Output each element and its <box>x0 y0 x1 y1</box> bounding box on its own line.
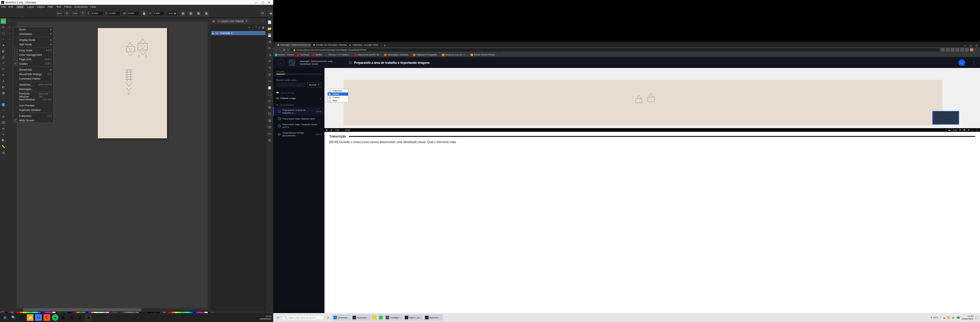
paintbucket-tool[interactable]: 🪣 <box>1 102 6 107</box>
menu-view[interactable]: View <box>16 5 24 8</box>
taskbar-app-3[interactable]: C <box>43 314 50 321</box>
selector-tool[interactable]: ▭ <box>1 19 6 24</box>
task-view-icon[interactable]: ◫ <box>325 314 331 320</box>
start-button[interactable]: ⊞ <box>2 314 8 321</box>
activity-item[interactable]: ▶Desenhando formas geométricas09min <box>273 130 325 138</box>
scrollbar-vertical[interactable] <box>208 22 210 308</box>
view-menu-item[interactable]: Zoom▸ <box>13 27 53 32</box>
raise-layer-icon[interactable]: ^ <box>255 26 257 29</box>
view-menu-item[interactable]: Icon Preview <box>13 103 53 108</box>
bookmark-item[interactable]: Kindle Direct Publis… <box>471 53 497 56</box>
task-view-icon[interactable]: ◫ <box>19 314 25 321</box>
activity-item[interactable]: ✓Para saber mais: Gerando ideias com o… <box>273 122 325 130</box>
skip-icon[interactable]: ⏭ <box>948 129 950 131</box>
menu-help[interactable]: Help <box>91 5 96 8</box>
profile-avatar[interactable] <box>970 48 974 52</box>
gradient-tool[interactable]: ◐ <box>1 84 6 89</box>
view-menu-item[interactable]: Swatches...Shift+Ctrl+W <box>13 82 53 87</box>
maximize-button[interactable]: ▢ <box>262 1 264 4</box>
view-menu-item[interactable]: Orientation▸ <box>13 32 53 36</box>
pencil-tool[interactable]: ✏ <box>1 66 6 71</box>
panel-menu-icon[interactable]: ⋯ <box>262 20 264 23</box>
duplicate-icon[interactable]: ⧉ <box>267 105 272 110</box>
rect-tool[interactable]: ▢ <box>1 30 6 36</box>
open-icon[interactable]: 📂 <box>267 26 272 31</box>
view-menu-item[interactable]: Page GridShift+| <box>13 57 53 62</box>
display-mode-option[interactable]: Default <box>328 92 348 96</box>
layers-tab[interactable]: ≡ Layers and Objects × <box>217 19 248 23</box>
align-center-icon[interactable]: ≡ <box>64 11 70 16</box>
view-menu-item[interactable]: Duplicate Window <box>13 108 53 112</box>
print-icon[interactable]: 🖨 <box>267 40 272 44</box>
zoom-tool[interactable]: 🔍 <box>1 138 6 143</box>
taskbar-app-7[interactable]: ◐ <box>77 314 84 321</box>
lpe-tool[interactable]: ✦ <box>1 132 6 137</box>
x-input[interactable] <box>91 11 103 16</box>
view-menu-item[interactable]: FullscreenF11 <box>13 114 53 118</box>
fullscreen-icon[interactable]: ⛶ <box>976 129 978 131</box>
start-button[interactable]: ⊞ <box>275 314 281 320</box>
undo-icon[interactable]: ↶ <box>267 59 272 64</box>
view-menu-item[interactable]: Show/Hide▸ <box>13 67 53 72</box>
eraser-tool[interactable]: ⌫ <box>1 120 6 125</box>
view-menu-item[interactable]: Display Mode▸ <box>13 38 53 42</box>
add-layer-icon[interactable]: + <box>248 26 250 29</box>
minimize-button[interactable]: — <box>255 1 258 4</box>
prefs-icon[interactable]: ⚙ <box>267 138 272 143</box>
lower-layer-icon[interactable]: v <box>259 26 260 29</box>
layer-expand-icon[interactable]: ▸ <box>212 32 214 35</box>
tray-up-icon[interactable]: ^ <box>940 316 941 319</box>
back-button[interactable]: ← <box>277 59 284 66</box>
clone-icon[interactable]: ⿻ <box>267 111 272 116</box>
cut-icon[interactable]: ✂ <box>267 79 272 84</box>
remove-layer-icon[interactable]: − <box>252 26 253 29</box>
menu-layer[interactable]: Layer <box>27 5 34 8</box>
taskbar-settings[interactable]: ⚙ <box>68 314 75 321</box>
view-menu-item[interactable]: Color Management <box>13 52 53 57</box>
taskbar-app[interactable]: Configur… <box>384 314 402 321</box>
bookmark-item[interactable]: Wattpad Português… <box>413 53 439 56</box>
ext-icon-1[interactable] <box>941 48 945 52</box>
menu-object[interactable]: Object <box>37 5 45 8</box>
play-icon[interactable]: ▶ <box>326 129 328 131</box>
view-menu-item[interactable]: Messages... <box>13 87 53 91</box>
bookmark-item[interactable]: Globoplay | Assista… <box>384 53 410 56</box>
align-right-icon[interactable]: ⟹ <box>72 11 78 16</box>
close-panel-icon[interactable]: × <box>246 20 247 23</box>
collapse-panel-icon[interactable]: ◀ <box>268 11 273 16</box>
pages-tool[interactable]: ▤ <box>1 150 6 155</box>
menu-extensions[interactable]: Extensions <box>74 5 88 8</box>
view-menu-item[interactable]: GuidesShift+| <box>13 62 53 66</box>
connector-tool[interactable]: ⇄ <box>1 126 6 131</box>
view-menu-item[interactable]: Next WindowCtrl+Tab <box>13 97 53 102</box>
taskbar-app[interactable] <box>371 314 377 321</box>
close-button[interactable]: ✕ <box>268 1 270 4</box>
next-lesson-button[interactable]: → <box>959 59 965 66</box>
tab-close-icon[interactable]: × <box>380 44 382 46</box>
course-search-button[interactable]: Buscar ↗ <box>307 82 321 87</box>
chrome-minimize[interactable]: — <box>964 44 967 47</box>
menu-text[interactable]: Text <box>56 5 61 8</box>
tweak-tool[interactable]: 〰 <box>1 108 6 113</box>
nav-back-icon[interactable]: ← <box>275 49 277 51</box>
text-tool[interactable]: A <box>1 78 6 84</box>
zoom-fit-icon[interactable]: ⛶ <box>267 92 272 97</box>
trash-icon[interactable]: 🗑 <box>262 26 265 29</box>
taskbar-app[interactable]: Slack | da… <box>404 314 423 321</box>
3dbox-tool[interactable]: ◧ <box>1 48 6 54</box>
wifi-icon[interactable]: 📶 <box>947 316 950 319</box>
menu-edit[interactable]: Edit <box>9 5 13 8</box>
ungroup-icon[interactable]: ⊟ <box>267 125 272 129</box>
lang-icon[interactable]: 🇧🇷 <box>957 316 960 319</box>
taskbar-app-5[interactable]: ◧ <box>60 314 67 321</box>
theater-icon[interactable]: ▭ <box>972 129 974 131</box>
view-menu-item[interactable]: Gray ScaleAlt+5 <box>13 48 53 52</box>
new-doc-icon[interactable]: 📄 <box>267 20 272 24</box>
ext-icon-4[interactable] <box>956 48 959 52</box>
browser-tab-1[interactable]: ◆Inkscape: desenvolvendo uma id× <box>275 42 311 47</box>
browser-tab-3[interactable]: ▲materiais - Google Drive× <box>347 42 382 47</box>
ellipse-tool[interactable]: ○ <box>1 36 6 42</box>
video-player[interactable]: FullscreenDefaultCustomWide <box>325 68 980 128</box>
bookmark-item[interactable]: YouTube <box>297 53 309 56</box>
paste-icon[interactable]: 📋 <box>267 85 272 90</box>
